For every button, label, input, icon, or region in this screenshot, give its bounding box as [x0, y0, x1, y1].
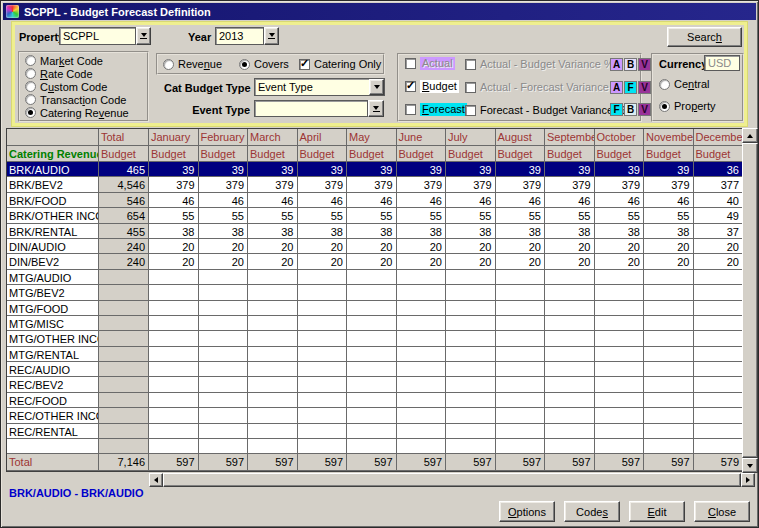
month-value-cell-january[interactable]: 20 — [149, 239, 199, 254]
month-value-cell-december[interactable] — [694, 377, 744, 392]
month-value-cell-march[interactable]: 39 — [248, 162, 298, 177]
month-value-cell-january[interactable] — [149, 316, 199, 331]
month-value-cell-february[interactable] — [199, 439, 249, 454]
month-value-cell-may[interactable] — [347, 377, 397, 392]
vertical-scrollbar[interactable] — [742, 128, 758, 473]
month-value-cell-december[interactable] — [694, 285, 744, 300]
month-value-cell-june[interactable] — [397, 408, 447, 423]
month-value-cell-november[interactable]: 39 — [644, 162, 694, 177]
grid-row-brk-bev2[interactable]: BRK/BEV24,546379379379379379379379379379… — [7, 177, 743, 192]
row-label-cell[interactable]: MTG/MISC — [7, 316, 99, 331]
month-value-cell-march[interactable] — [248, 270, 298, 285]
month-value-cell-january[interactable] — [149, 301, 199, 316]
month-value-cell-august[interactable] — [496, 316, 546, 331]
month-value-cell-november[interactable]: 46 — [644, 193, 694, 208]
month-value-cell-december[interactable]: 49 — [694, 208, 744, 223]
month-value-cell-july[interactable]: 46 — [446, 193, 496, 208]
row-label-cell[interactable]: MTG/AUDIO — [7, 270, 99, 285]
month-value-cell-june[interactable] — [397, 393, 447, 408]
month-value-cell-march[interactable]: 20 — [248, 239, 298, 254]
total-value-cell[interactable]: 654 — [99, 208, 149, 223]
month-value-cell-november[interactable] — [644, 331, 694, 346]
month-value-cell-april[interactable]: 39 — [298, 162, 348, 177]
month-value-cell-august[interactable]: 55 — [496, 208, 546, 223]
month-value-cell-november[interactable] — [644, 377, 694, 392]
month-value-cell-december[interactable]: 37 — [694, 224, 744, 239]
month-value-cell-may[interactable]: 20 — [347, 254, 397, 269]
month-value-cell-november[interactable] — [644, 408, 694, 423]
month-value-cell-october[interactable]: 20 — [595, 254, 645, 269]
month-value-cell-august[interactable] — [496, 347, 546, 362]
month-value-cell-april[interactable] — [298, 316, 348, 331]
revenue-radio[interactable]: Revenue — [163, 58, 222, 70]
month-value-cell-july[interactable] — [446, 362, 496, 377]
month-value-cell-june[interactable] — [397, 439, 447, 454]
row-label-cell[interactable]: MTG/BEV2 — [7, 285, 99, 300]
row-label-cell[interactable]: DIN/BEV2 — [7, 254, 99, 269]
month-value-cell-april[interactable] — [298, 270, 348, 285]
month-value-cell-october[interactable] — [595, 424, 645, 439]
forecast-budget-variance-checkbox[interactable]: ✓ Forecast - Budget Variance % — [465, 104, 626, 116]
scroll-left-button[interactable] — [149, 473, 163, 487]
month-value-cell-april[interactable] — [298, 347, 348, 362]
month-value-cell-july[interactable] — [446, 377, 496, 392]
month-value-cell-january[interactable] — [149, 408, 199, 423]
central-radio[interactable]: Central — [659, 78, 709, 90]
edit-button[interactable]: Edit — [629, 501, 685, 522]
month-value-cell-may[interactable] — [347, 393, 397, 408]
total-value-cell[interactable] — [99, 347, 149, 362]
month-value-cell-april[interactable] — [298, 439, 348, 454]
grid-row-brk-other-income[interactable]: BRK/OTHER INCOME654555555555555555555555… — [7, 208, 743, 223]
row-label-cell[interactable]: BRK/BEV2 — [7, 177, 99, 192]
month-value-cell-august[interactable] — [496, 393, 546, 408]
month-value-cell-january[interactable] — [149, 377, 199, 392]
month-value-cell-june[interactable] — [397, 331, 447, 346]
actual-checkbox[interactable]: ✓ Actual — [405, 57, 455, 70]
grid-row-rec-rental[interactable]: REC/RENTAL — [7, 424, 743, 439]
grid-row-din-bev2[interactable]: DIN/BEV2240202020202020202020202020 — [7, 254, 743, 269]
month-value-cell-september[interactable]: 379 — [545, 177, 595, 192]
month-value-cell-december[interactable]: 40 — [694, 193, 744, 208]
month-value-cell-april[interactable] — [298, 301, 348, 316]
month-value-cell-october[interactable] — [595, 393, 645, 408]
month-value-cell-december[interactable] — [694, 408, 744, 423]
row-label-cell[interactable]: MTG/FOOD — [7, 301, 99, 316]
month-value-cell-june[interactable]: 20 — [397, 239, 447, 254]
row-label-cell[interactable]: REC/AUDIO — [7, 362, 99, 377]
month-value-cell-august[interactable] — [496, 285, 546, 300]
vertical-scroll-thumb[interactable] — [742, 143, 758, 458]
total-value-cell[interactable]: 240 — [99, 239, 149, 254]
covers-radio[interactable]: Covers — [239, 58, 289, 70]
month-value-cell-december[interactable] — [694, 347, 744, 362]
month-value-cell-april[interactable] — [298, 408, 348, 423]
month-value-cell-august[interactable]: 379 — [496, 177, 546, 192]
month-value-cell-november[interactable] — [644, 393, 694, 408]
total-value-cell[interactable] — [99, 301, 149, 316]
month-value-cell-december[interactable]: 20 — [694, 239, 744, 254]
month-value-cell-march[interactable]: 55 — [248, 208, 298, 223]
month-value-cell-september[interactable]: 46 — [545, 193, 595, 208]
month-value-cell-december[interactable] — [694, 424, 744, 439]
month-value-cell-september[interactable] — [545, 301, 595, 316]
month-value-cell-september[interactable] — [545, 362, 595, 377]
month-value-cell-july[interactable] — [446, 393, 496, 408]
month-value-cell-june[interactable]: 55 — [397, 208, 447, 223]
month-value-cell-april[interactable] — [298, 393, 348, 408]
cat-budget-type-dropdown-button[interactable] — [369, 79, 384, 95]
month-value-cell-july[interactable] — [446, 301, 496, 316]
month-value-cell-december[interactable]: 36 — [694, 162, 744, 177]
month-value-cell-august[interactable]: 20 — [496, 254, 546, 269]
month-value-cell-november[interactable] — [644, 285, 694, 300]
month-value-cell-april[interactable]: 20 — [298, 254, 348, 269]
month-value-cell-september[interactable] — [545, 408, 595, 423]
month-value-cell-february[interactable] — [199, 270, 249, 285]
month-value-cell-march[interactable]: 379 — [248, 177, 298, 192]
month-value-cell-july[interactable] — [446, 270, 496, 285]
month-value-cell-january[interactable]: 39 — [149, 162, 199, 177]
grid-row-brk-audio[interactable]: BRK/AUDIO465393939393939393939393936 — [7, 162, 743, 177]
month-value-cell-august[interactable] — [496, 362, 546, 377]
month-value-cell-june[interactable] — [397, 362, 447, 377]
month-value-cell-january[interactable] — [149, 347, 199, 362]
month-value-cell-october[interactable] — [595, 301, 645, 316]
month-value-cell-march[interactable] — [248, 439, 298, 454]
